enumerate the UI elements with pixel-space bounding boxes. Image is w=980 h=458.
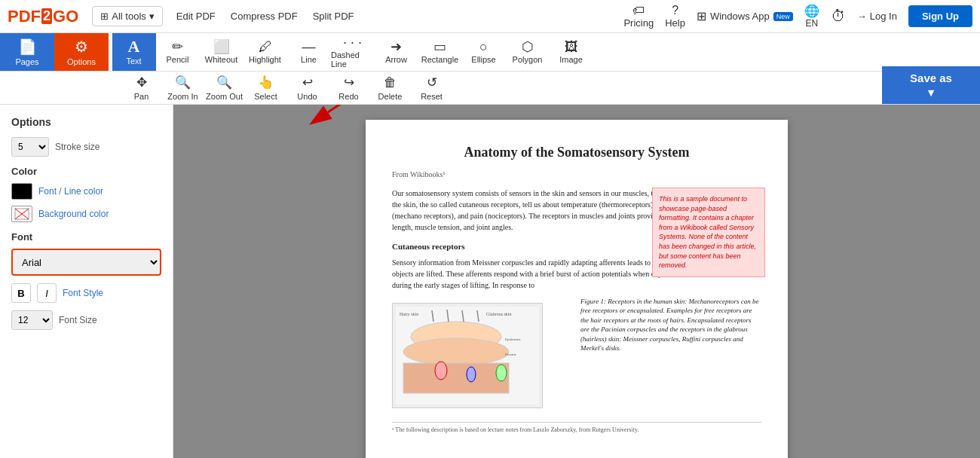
font-line-color-swatch[interactable] — [11, 183, 32, 200]
chevron-down-icon: ▾ — [149, 11, 155, 22]
pan-label: Pan — [134, 92, 149, 101]
redo-tool[interactable]: ↪ Redo — [328, 72, 369, 105]
pdf-page: Anatomy of the Somatosensory System From… — [366, 120, 788, 458]
image-tool[interactable]: 🖼 Image — [550, 33, 593, 71]
save-as-button[interactable]: Save as ▾ — [882, 66, 980, 104]
language-button[interactable]: 🌐 EN — [804, 4, 819, 29]
logo: PDF 2 GO — [8, 7, 78, 26]
logo-pdf: PDF — [8, 7, 41, 26]
undo-label: Undo — [297, 92, 317, 101]
background-color-row: Background color — [11, 206, 161, 222]
nav-right: 🏷 Pricing ? Help ⊞ Windows App New 🌐 EN … — [623, 4, 972, 29]
polygon-tool[interactable]: ⬡ Polygon — [506, 33, 550, 71]
font-style-row: B I Font Style — [11, 283, 161, 303]
arrow-label: Arrow — [385, 55, 407, 64]
pages-button[interactable]: 📄 Pages — [0, 33, 54, 71]
ellipse-tool[interactable]: ○ Ellipse — [462, 33, 506, 71]
delete-tool[interactable]: 🗑 Delete — [369, 72, 411, 105]
help-icon: ? — [672, 4, 678, 17]
pricing-link[interactable]: 🏷 Pricing — [623, 4, 654, 29]
pdf-subtitle: From Wikibooks¹ — [392, 169, 761, 180]
zoom-in-icon: 🔍 — [175, 75, 191, 90]
pdf-figure-caption: Figure 1: Receptors in the human skin: M… — [580, 297, 761, 414]
line-icon: — — [302, 40, 316, 53]
arrow-tool[interactable]: ➜ Arrow — [375, 33, 418, 71]
toolbar-row: 📄 Pages ⚙ Options A Text ✏ Pencil ⬜ Whit… — [0, 33, 980, 72]
compress-pdf-link[interactable]: Compress PDF — [231, 11, 298, 22]
new-badge: New — [773, 12, 793, 21]
logo-go: GO — [53, 7, 78, 26]
stroke-size-select[interactable]: 512346810 — [11, 137, 49, 157]
font-select[interactable]: Arial Times New Roman Courier New Georgi… — [11, 249, 161, 276]
font-size-label: Font Size — [59, 315, 97, 325]
pencil-tool[interactable]: ✏ Pencil — [156, 33, 200, 71]
dashed-line-label: Dashed Line — [331, 50, 374, 69]
toolbar-tools: A Text ✏ Pencil ⬜ Whiteout 🖊 Highlight —… — [109, 33, 597, 71]
pages-label: Pages — [15, 57, 38, 66]
highlight-tool[interactable]: 🖊 Highlight — [243, 33, 287, 71]
help-link[interactable]: ? Help — [665, 4, 685, 29]
polygon-label: Polygon — [513, 55, 543, 64]
font-style-label[interactable]: Font Style — [63, 288, 103, 298]
pdf-image: Hairy skin Glabrous skin Epidermis Dermi… — [392, 303, 543, 408]
options-icon: ⚙ — [75, 38, 88, 56]
reset-tool[interactable]: ↺ Reset — [411, 72, 452, 105]
font-size-select[interactable]: 128101416182436 — [11, 310, 53, 330]
svg-point-14 — [467, 367, 476, 382]
whiteout-label: Whiteout — [205, 55, 237, 64]
signup-button[interactable]: Sign Up — [908, 5, 972, 27]
timer-button[interactable]: ⏱ — [831, 8, 846, 25]
pan-icon: ✥ — [136, 75, 147, 90]
redo-label: Redo — [338, 92, 358, 101]
pricing-label: Pricing — [623, 17, 654, 29]
pencil-icon: ✏ — [172, 40, 183, 53]
whiteout-tool[interactable]: ⬜ Whiteout — [200, 33, 243, 71]
undo-icon: ↩ — [302, 75, 313, 90]
font-line-color-label[interactable]: Font / Line color — [38, 186, 103, 197]
options-button[interactable]: ⚙ Options — [54, 33, 109, 71]
top-nav: PDF 2 GO ⊞ All tools ▾ Edit PDF Compress… — [0, 0, 980, 33]
stroke-size-label: Stroke size — [55, 142, 100, 152]
svg-line-4 — [328, 105, 418, 112]
save-as-chevron-icon: ▾ — [928, 86, 934, 99]
sidebar: Options 512346810 Stroke size Color Font… — [0, 105, 173, 458]
login-button[interactable]: → Log In — [857, 11, 897, 22]
italic-button[interactable]: I — [37, 283, 57, 303]
reset-icon: ↺ — [427, 75, 437, 90]
pdf-figure: Hairy skin Glabrous skin Epidermis Dermi… — [392, 297, 573, 414]
login-arrow-icon: → — [857, 11, 867, 22]
zoom-out-tool[interactable]: 🔍 Zoom Out — [204, 72, 245, 105]
lang-label: EN — [805, 18, 818, 29]
dashed-line-icon: · · · — [343, 35, 362, 49]
background-color-swatch[interactable] — [11, 206, 32, 222]
rectangle-tool[interactable]: ▭ Rectangle — [418, 33, 462, 71]
zoom-in-tool[interactable]: 🔍 Zoom In — [162, 72, 204, 105]
select-tool[interactable]: 👆 Select — [245, 72, 286, 105]
pencil-label: Pencil — [167, 55, 189, 64]
italic-label: I — [45, 288, 48, 299]
svg-text:Glabrous skin: Glabrous skin — [486, 312, 512, 316]
text-tool[interactable]: A Text — [112, 33, 156, 71]
text-icon: A — [128, 38, 140, 55]
windows-app-button[interactable]: ⊞ Windows App New — [697, 9, 793, 23]
split-pdf-link[interactable]: Split PDF — [313, 11, 354, 22]
sample-box: This is a sample document to showcase pa… — [652, 188, 765, 277]
windows-app-label: Windows App — [710, 11, 770, 22]
toolbar: 📄 Pages ⚙ Options A Text ✏ Pencil ⬜ Whit… — [0, 33, 980, 72]
select-icon: 👆 — [258, 75, 274, 90]
font-section: Arial Times New Roman Courier New Georgi… — [11, 249, 161, 330]
line-tool[interactable]: — Line — [287, 33, 331, 71]
undo-tool[interactable]: ↩ Undo — [286, 72, 328, 105]
zoom-in-label: Zoom In — [167, 92, 198, 101]
content-area: Anatomy of the Somatosensory System From… — [173, 105, 980, 458]
pan-tool[interactable]: ✥ Pan — [121, 72, 162, 105]
edit-pdf-link[interactable]: Edit PDF — [176, 11, 216, 22]
grid-icon: ⊞ — [100, 11, 109, 22]
background-color-label[interactable]: Background color — [38, 209, 109, 219]
stroke-row: 512346810 Stroke size — [11, 137, 161, 157]
all-tools-button[interactable]: ⊞ All tools ▾ — [92, 6, 163, 26]
svg-point-7 — [403, 338, 509, 365]
globe-icon: 🌐 — [804, 4, 819, 18]
bold-button[interactable]: B — [11, 283, 31, 303]
dashed-line-tool[interactable]: · · · Dashed Line — [331, 33, 375, 71]
